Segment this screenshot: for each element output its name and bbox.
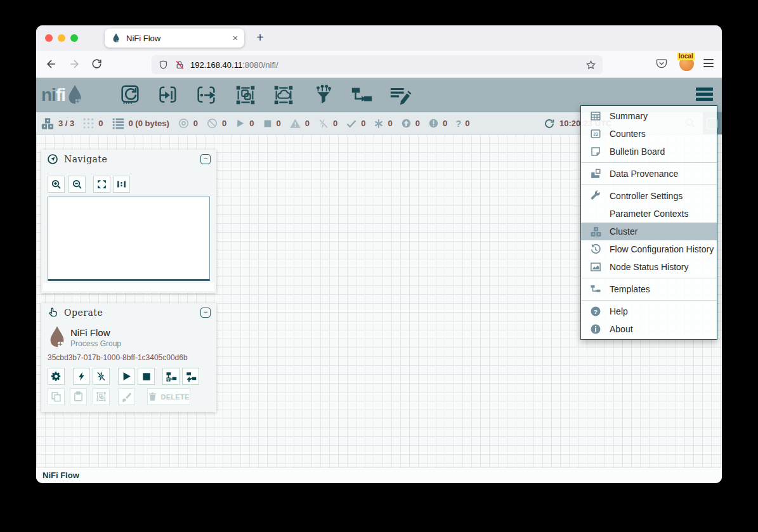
menu-item-parameter-contexts[interactable]: Parameter Contexts xyxy=(581,205,717,223)
browser-menu-icon[interactable] xyxy=(703,59,714,70)
shield-icon[interactable] xyxy=(158,60,169,70)
insecure-lock-icon[interactable] xyxy=(174,60,185,70)
selected-flow-name: NiFi Flow xyxy=(70,327,110,338)
delete-label: DELETE xyxy=(160,393,189,401)
status-disabled: 0 xyxy=(318,118,337,129)
operate-header: Operate − xyxy=(41,303,216,322)
maximize-window-button[interactable] xyxy=(70,34,78,42)
collapse-operate-button[interactable]: − xyxy=(200,308,211,318)
enable-button[interactable] xyxy=(73,368,90,385)
menu-item-node-status-history[interactable]: Node Status History xyxy=(581,258,717,276)
status-sync-failure: ? 0 xyxy=(455,119,469,128)
selected-flow-id: 35cbd3b7-017b-1000-8bff-1c3405c00d6b xyxy=(48,353,188,362)
modified-stale-bang-icon xyxy=(428,118,439,129)
stop-button[interactable] xyxy=(138,368,155,385)
pocket-icon[interactable] xyxy=(655,57,668,70)
menu-item-data-provenance[interactable]: Data Provenance xyxy=(581,165,717,183)
zoom-fit-button[interactable] xyxy=(93,176,110,193)
navigate-title: Navigate xyxy=(64,154,200,164)
cluster-nodes-icon xyxy=(41,117,55,131)
compass-icon xyxy=(47,153,58,165)
hand-pointer-icon xyxy=(47,307,58,318)
menu-item-counters[interactable]: 23 Counters xyxy=(581,125,717,143)
process-group-drop-icon xyxy=(48,325,66,349)
wrench-icon xyxy=(589,190,602,202)
status-cluster: 3 / 3 xyxy=(41,117,74,131)
status-running: 0 xyxy=(235,118,254,129)
minimize-window-button[interactable] xyxy=(58,34,65,42)
close-window-button[interactable] xyxy=(45,34,53,42)
status-locally-modified-and-stale: 0 xyxy=(428,118,447,129)
info-icon xyxy=(589,323,602,335)
collapse-navigate-button[interactable]: − xyxy=(200,154,211,164)
fill-color-button[interactable] xyxy=(118,388,135,405)
summary-table-icon xyxy=(589,110,602,122)
nifi-global-menu-icon[interactable] xyxy=(696,88,713,103)
menu-item-bulletin-board[interactable]: Bulletin Board xyxy=(581,143,717,160)
close-tab-icon[interactable]: × xyxy=(233,33,238,43)
zoom-actual-size-button[interactable] xyxy=(113,176,130,193)
data-provenance-icon xyxy=(589,168,602,179)
processor-component-icon[interactable] xyxy=(118,83,142,107)
menu-divider xyxy=(581,278,717,278)
output-port-component-icon[interactable] xyxy=(194,83,218,107)
breadcrumb[interactable]: NiFi Flow xyxy=(42,468,79,483)
forward-icon[interactable] xyxy=(68,58,81,70)
birdseye-brush[interactable] xyxy=(43,283,214,291)
menu-divider xyxy=(581,185,717,185)
nifi-favicon-drop-icon xyxy=(111,33,121,43)
input-port-component-icon[interactable] xyxy=(156,83,180,107)
reload-icon[interactable] xyxy=(91,58,103,70)
menu-item-summary[interactable]: Summary xyxy=(581,107,717,125)
url-bar[interactable]: 192.168.40.11:8080/nifi/ xyxy=(152,55,603,74)
upload-template-button[interactable] xyxy=(182,368,199,385)
stale-arrow-icon xyxy=(401,118,412,129)
funnel-component-icon[interactable] xyxy=(311,83,336,107)
copy-button[interactable] xyxy=(48,388,65,405)
menu-item-cluster[interactable]: Cluster xyxy=(581,223,717,240)
back-icon[interactable] xyxy=(45,58,58,70)
template-component-icon[interactable] xyxy=(350,83,374,107)
menu-item-about[interactable]: About xyxy=(581,320,717,338)
operate-palette: Operate − NiFi Flow Process Group 35cbd3… xyxy=(41,303,216,412)
remote-process-group-component-icon[interactable] xyxy=(271,83,296,107)
status-stale: 0 xyxy=(401,118,420,129)
url-text: 192.168.40.11:8080/nifi/ xyxy=(190,60,278,70)
create-template-button[interactable] xyxy=(162,368,180,385)
svg-text:23: 23 xyxy=(593,132,598,136)
paste-button[interactable] xyxy=(70,388,87,405)
refresh-icon[interactable] xyxy=(544,118,555,129)
bulletin-board-icon xyxy=(589,146,602,157)
browser-tab[interactable]: NiFi Flow × xyxy=(105,29,244,48)
label-component-icon[interactable] xyxy=(388,83,412,107)
selected-flow-type: Process Group xyxy=(70,339,121,348)
tab-title: NiFi Flow xyxy=(126,34,233,43)
menu-item-help[interactable]: ? Help xyxy=(581,302,717,320)
delete-button[interactable]: DELETE xyxy=(147,388,190,405)
status-invalid: 0 xyxy=(289,117,310,129)
menu-divider xyxy=(581,162,717,163)
navigate-palette: Navigate − xyxy=(41,150,216,293)
zoom-in-button[interactable] xyxy=(48,176,65,193)
menu-item-flow-configuration-history[interactable]: Flow Configuration History xyxy=(581,240,717,258)
bookmark-star-icon[interactable] xyxy=(585,60,596,70)
process-group-component-icon[interactable] xyxy=(233,83,258,107)
not-transmitting-icon xyxy=(206,117,218,129)
menu-item-controller-settings[interactable]: Controller Settings xyxy=(581,187,717,205)
zoom-out-button[interactable] xyxy=(69,176,86,193)
group-button[interactable] xyxy=(93,388,110,405)
breadcrumb-bar: NiFi Flow xyxy=(36,467,722,483)
nifi-logo: nifi xyxy=(41,84,83,106)
counters-icon: 23 xyxy=(589,128,602,139)
menu-item-templates[interactable]: Templates xyxy=(581,280,717,298)
browser-toolbar: 192.168.40.11:8080/nifi/ local xyxy=(36,51,722,78)
configure-button[interactable] xyxy=(48,368,65,385)
help-icon: ? xyxy=(589,306,602,317)
new-tab-button[interactable]: + xyxy=(252,30,268,45)
nifi-global-menu: Summary 23 Counters Bulletin Board Data … xyxy=(580,105,717,340)
birdseye-minimap[interactable] xyxy=(48,197,210,281)
start-button[interactable] xyxy=(118,368,135,385)
navigate-header: Navigate − xyxy=(41,150,216,169)
disable-button[interactable] xyxy=(93,368,110,385)
cluster-cubes-icon xyxy=(589,226,602,238)
